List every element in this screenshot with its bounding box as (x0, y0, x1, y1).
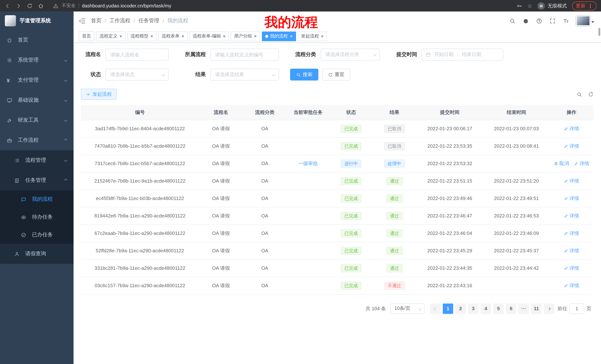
sidebar-toggle-icon[interactable] (79, 17, 86, 24)
tab[interactable]: 流程模型 × (127, 31, 156, 41)
submit-time-range-picker[interactable]: 开始日期 - 结束日期 (421, 49, 503, 60)
close-icon[interactable]: × (223, 34, 226, 38)
reload-icon[interactable] (27, 3, 33, 9)
detail-action-link[interactable]: 详情 (564, 282, 579, 289)
sidebar-item-done-tasks[interactable]: 已办任务 (0, 226, 74, 244)
sidebar-item-home[interactable]: 首页 (0, 30, 74, 50)
sidebar-item-leave-query[interactable]: 请假查询 (0, 244, 74, 264)
status-select[interactable]: 请选择状态 (105, 69, 169, 80)
page-number-button[interactable]: 2 (455, 303, 466, 314)
tab[interactable]: 流程表单 × (158, 31, 187, 41)
detail-action-link[interactable]: 详情 (564, 247, 579, 254)
page-number-button[interactable]: 5 (493, 303, 504, 314)
category-select[interactable]: 请选择流程分类 (321, 49, 380, 60)
goto-prefix: 前往 (558, 305, 567, 312)
prev-page-button[interactable] (430, 303, 441, 314)
forward-icon[interactable] (16, 3, 21, 9)
key-icon[interactable] (516, 3, 522, 9)
status-label: 状态 (81, 71, 101, 78)
detail-action-link[interactable]: 详情 (564, 230, 579, 237)
detail-action-link[interactable]: 详情 (574, 160, 589, 167)
page-size-select[interactable]: 10条/页 (391, 303, 425, 314)
tab[interactable]: 用户分组 × (231, 31, 260, 41)
cell-end-time: 2022-01-22 23:49:51 (483, 190, 550, 207)
cell-id: 3ad174fb-7b9d-11ec-8404-acde48001122 (81, 120, 199, 137)
update-button[interactable]: 更新 ⋮ (572, 1, 597, 10)
close-icon[interactable]: × (254, 34, 257, 38)
sidebar-item-my-process[interactable]: 我的流程 (0, 190, 74, 208)
browser-menu-icon[interactable]: ⋮ (588, 3, 593, 9)
search-button[interactable]: 搜索 (290, 69, 318, 80)
tab[interactable]: 首页 × (79, 31, 94, 41)
address-bar[interactable]: 不安全 dashboard.yudao.iocoder.cn/bpm/task/… (53, 3, 507, 9)
tab[interactable]: 发起流程 × (298, 31, 327, 41)
fullscreen-icon[interactable] (549, 18, 556, 24)
detail-action-link[interactable]: 详情 (564, 143, 579, 149)
page-number-button[interactable]: 3 (468, 303, 478, 314)
github-icon[interactable] (523, 18, 529, 24)
warning-icon[interactable] (53, 3, 59, 9)
sidebar-item-infrastructure[interactable]: 基础设施 (0, 90, 74, 110)
next-page-button[interactable] (544, 303, 554, 314)
url-text[interactable]: dashboard.yudao.iocoder.cn/bpm/task/my (82, 3, 171, 9)
page-number-button[interactable]: 4 (481, 303, 491, 314)
sidebar-item-workflow[interactable]: 工作流程 (0, 130, 74, 150)
detail-action-link[interactable]: 详情 (564, 195, 579, 202)
goto-page-input[interactable] (570, 303, 584, 314)
cell-process-name: OA 请假 (199, 172, 243, 190)
help-icon[interactable] (536, 18, 542, 24)
user-avatar[interactable] (576, 16, 594, 26)
sidebar-item-process-management[interactable]: 流程管理 (0, 150, 74, 170)
tab[interactable]: 流程表单-编辑 × (190, 31, 229, 41)
sidebar-item-devtools[interactable]: 研发工具 (0, 110, 74, 130)
sidebar-item-todo-tasks[interactable]: 待办任务 (0, 208, 74, 226)
chevron-down-icon (64, 99, 67, 102)
reset-button[interactable]: 重置 (322, 69, 350, 80)
chevron-down-icon (64, 79, 67, 82)
chevron-down-icon (64, 59, 67, 62)
font-size-icon[interactable] (563, 18, 569, 24)
detail-action-link[interactable]: 详情 (564, 265, 579, 271)
scrollbar-thumb[interactable] (598, 28, 600, 36)
cancel-action-link[interactable]: 取消 (554, 160, 569, 167)
close-icon[interactable]: × (181, 34, 184, 38)
breadcrumb-item[interactable]: 任务管理 (139, 18, 159, 24)
breadcrumb-item[interactable]: 首页 (91, 18, 101, 24)
toggle-search-icon[interactable] (576, 91, 582, 97)
tab[interactable]: 我的流程 × (262, 31, 296, 41)
close-icon[interactable]: × (119, 34, 122, 38)
breadcrumb-separator: / (105, 18, 106, 24)
detail-action-link[interactable]: 详情 (564, 125, 579, 132)
process-def-input[interactable] (210, 49, 279, 60)
sidebar-item-system[interactable]: 系统管理 (0, 50, 74, 70)
select-placeholder: 请选择流结果 (215, 71, 244, 78)
page-number-button[interactable]: 6 (506, 303, 516, 314)
page-number-button[interactable]: 11 (531, 303, 541, 314)
result-select[interactable]: 请选择流结果 (210, 69, 279, 80)
breadcrumb-item[interactable]: 工作流程 (110, 18, 130, 24)
home-icon[interactable] (38, 3, 44, 9)
status-badge: 进行中 (341, 159, 361, 168)
refresh-icon[interactable] (588, 91, 594, 97)
page-number-button[interactable]: ··· (519, 303, 529, 314)
tab[interactable]: 流程定义 × (96, 31, 125, 41)
page-number-button[interactable]: 1 (443, 303, 453, 314)
chevron-left-icon (434, 307, 437, 310)
sidebar-item-payment[interactable]: ¥ 支付管理 (0, 70, 74, 90)
close-icon[interactable]: × (290, 34, 292, 38)
close-icon[interactable]: × (321, 34, 323, 38)
app-logo[interactable]: 芋道管理系统 (0, 11, 74, 30)
bookmark-star-icon[interactable]: ☆ (527, 3, 532, 9)
create-process-button[interactable]: 发起流程 (81, 89, 117, 100)
current-task-link[interactable]: 一级审批 (299, 160, 318, 167)
sidebar-item-task-management[interactable]: 任务管理 (0, 170, 74, 190)
detail-action-label: 详情 (570, 230, 579, 237)
detail-action-link[interactable]: 详情 (564, 212, 579, 219)
header-actions (509, 16, 601, 26)
close-icon[interactable]: × (150, 34, 153, 38)
detail-action-link[interactable]: 详情 (564, 178, 579, 184)
search-icon[interactable] (509, 18, 516, 24)
column-header: 操作 (550, 105, 594, 120)
process-name-input[interactable] (105, 49, 169, 60)
back-icon[interactable] (4, 3, 10, 9)
